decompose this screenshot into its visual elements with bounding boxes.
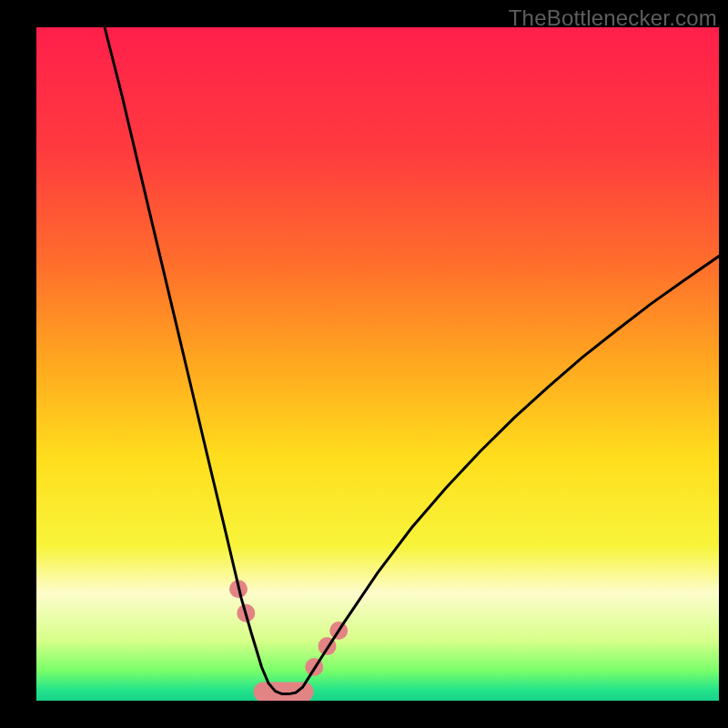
bottleneck-curve <box>105 27 719 694</box>
chart-frame: TheBottlenecker.com <box>0 0 728 728</box>
watermark-label: TheBottlenecker.com <box>509 5 717 31</box>
chart-canvas <box>36 27 719 701</box>
highlight-dots <box>229 580 348 676</box>
plot-area <box>36 27 719 701</box>
